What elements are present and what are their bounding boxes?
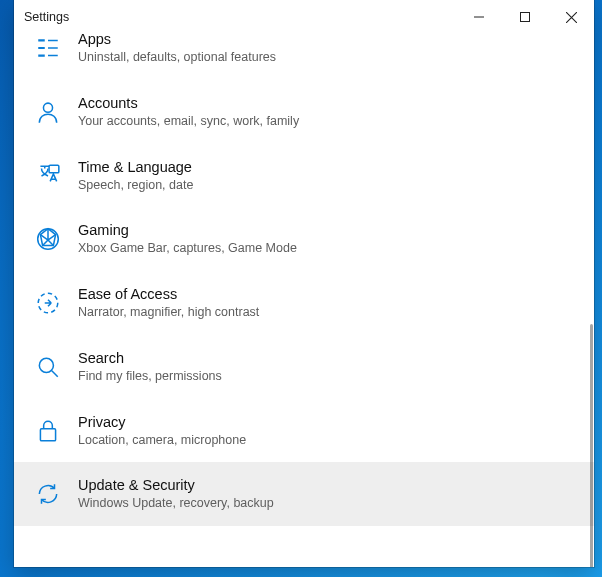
settings-content: AppsUninstall, defaults, optional featur… [14,34,594,567]
settings-category-gaming[interactable]: GamingXbox Game Bar, captures, Game Mode [14,207,594,271]
settings-categories-list: AppsUninstall, defaults, optional featur… [14,34,594,567]
settings-category-privacy[interactable]: PrivacyLocation, camera, microphone [14,399,594,463]
settings-category-time-language[interactable]: Time & LanguageSpeech, region, date [14,144,594,208]
search-icon [32,351,64,383]
category-description: Xbox Game Bar, captures, Game Mode [78,241,297,257]
category-description: Narrator, magnifier, high contrast [78,305,259,321]
category-title: Privacy [78,413,246,431]
scrollbar[interactable] [590,324,593,567]
window-title: Settings [14,10,456,24]
settings-window: Settings AppsUninstall, defaults, option… [14,0,594,567]
category-description: Windows Update, recovery, backup [78,496,274,512]
close-button[interactable] [548,0,594,34]
svg-rect-0 [521,13,530,22]
category-title: Search [78,349,222,367]
privacy-lock-icon [32,415,64,447]
time-language-icon [32,160,64,192]
apps-icon [32,34,64,64]
maximize-button[interactable] [502,0,548,34]
category-description: Location, camera, microphone [78,433,246,449]
settings-category-accounts[interactable]: AccountsYour accounts, email, sync, work… [14,80,594,144]
category-title: Accounts [78,94,299,112]
update-sync-icon [32,478,64,510]
ease-of-access-icon [32,287,64,319]
settings-category-search[interactable]: SearchFind my files, permissions [14,335,594,399]
category-title: Time & Language [78,158,193,176]
category-title: Gaming [78,221,297,239]
accounts-icon [32,96,64,128]
category-description: Your accounts, email, sync, work, family [78,114,299,130]
category-title: Apps [78,34,276,48]
gaming-icon [32,223,64,255]
category-description: Speech, region, date [78,178,193,194]
settings-category-update-security[interactable]: Update & SecurityWindows Update, recover… [14,462,594,526]
category-description: Find my files, permissions [78,369,222,385]
titlebar: Settings [14,0,594,34]
settings-category-ease-of-access[interactable]: Ease of AccessNarrator, magnifier, high … [14,271,594,335]
category-title: Update & Security [78,476,274,494]
category-title: Ease of Access [78,285,259,303]
category-description: Uninstall, defaults, optional features [78,50,276,66]
minimize-button[interactable] [456,0,502,34]
settings-category-apps[interactable]: AppsUninstall, defaults, optional featur… [14,34,594,80]
